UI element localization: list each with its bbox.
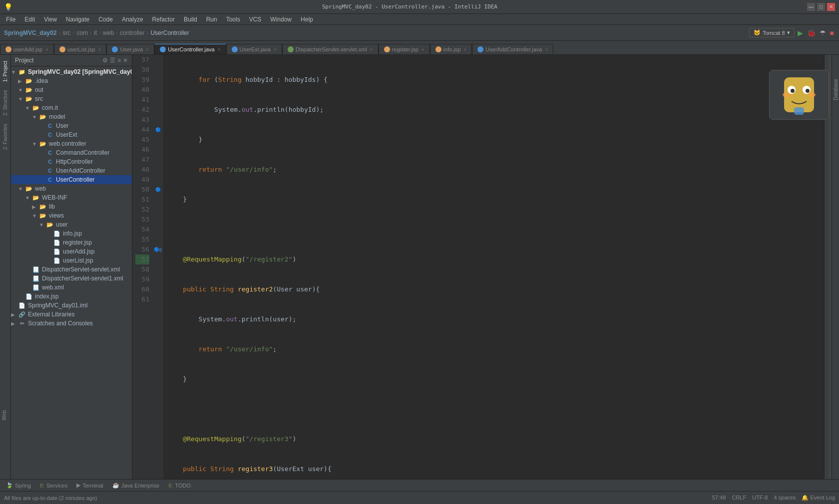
minimize-button[interactable]: — bbox=[807, 3, 815, 11]
menu-item-navigate[interactable]: Navigate bbox=[62, 15, 93, 24]
menu-item-analyze[interactable]: Analyze bbox=[118, 15, 147, 24]
side-tab-favorites[interactable]: 2: Favorites bbox=[1, 120, 9, 154]
tree-item-root[interactable]: ▼ 📁 SpringMVC_day02 [SpringMVC_day02] bbox=[11, 67, 132, 76]
tree-item-infojsp[interactable]: 📄 info.jsp bbox=[11, 229, 132, 238]
tree-item-webinf[interactable]: ▼ 📂 WEB-INF bbox=[11, 193, 132, 202]
tree-item-lib[interactable]: ▶ 📂 lib bbox=[11, 202, 132, 211]
tab-icon-jsp bbox=[5, 46, 11, 52]
tree-item-user[interactable]: C User bbox=[11, 121, 132, 130]
bottom-tab-spring[interactable]: 🍃 Spring bbox=[2, 481, 35, 490]
tree-item-idea[interactable]: ▶ 📂 .idea bbox=[11, 76, 132, 85]
bottom-tab-terminal[interactable]: ▶ Terminal bbox=[72, 481, 107, 490]
tree-item-user-folder[interactable]: ▼ 📂 user bbox=[11, 220, 132, 229]
tree-item-model[interactable]: ▼ 📂 model bbox=[11, 112, 132, 121]
editor-tab-register-jsp[interactable]: register.jsp× bbox=[379, 44, 430, 54]
tree-item-external[interactable]: ▶ 🔗 External Libraries bbox=[11, 310, 132, 319]
debug-button[interactable]: 🐞 bbox=[806, 28, 817, 38]
settings-icon[interactable]: ≡ bbox=[117, 57, 121, 64]
menu-item-tools[interactable]: Tools bbox=[222, 15, 244, 24]
indent[interactable]: 4 spaces bbox=[774, 495, 796, 501]
tree-item-userlistjsp[interactable]: 📄 userList.jsp bbox=[11, 256, 132, 265]
xml-icon: 📃 bbox=[32, 265, 40, 273]
tab-close-button[interactable]: × bbox=[45, 47, 48, 52]
menu-item-help[interactable]: Help bbox=[297, 15, 317, 24]
event-log[interactable]: 🔔 Event Log bbox=[802, 495, 835, 501]
menu-item-refactor[interactable]: Refactor bbox=[148, 15, 179, 24]
editor-tab-userAdd-jsp[interactable]: userAdd.jsp× bbox=[0, 44, 54, 54]
tree-item-web[interactable]: ▼ 📂 web bbox=[11, 184, 132, 193]
editor-tab-UserController-java[interactable]: UserController.java× bbox=[154, 44, 226, 54]
tree-item-out[interactable]: ▼ 📂 out bbox=[11, 85, 132, 94]
tree-item-registerjsp[interactable]: 📄 register.jsp bbox=[11, 238, 132, 247]
menu-item-code[interactable]: Code bbox=[94, 15, 117, 24]
tab-close-button[interactable]: × bbox=[274, 47, 277, 52]
tree-item-indexjsp[interactable]: 📄 index.jsp bbox=[11, 292, 132, 301]
bottom-tab-javaenterprise[interactable]: ☕ Java Enterprise bbox=[108, 481, 163, 490]
tree-item-commandcontroller[interactable]: C CommandController bbox=[11, 148, 132, 157]
tree-item-dispatcherxml[interactable]: 📃 DispatcherServlet-servlet.xml bbox=[11, 265, 132, 274]
maximize-button[interactable]: □ bbox=[817, 3, 825, 11]
tab-close-button[interactable]: × bbox=[545, 47, 548, 52]
tab-close-button[interactable]: × bbox=[146, 47, 149, 52]
close-button[interactable]: ✕ bbox=[827, 3, 835, 11]
menu-item-file[interactable]: File bbox=[2, 15, 19, 24]
tree-item-userext[interactable]: C UserExt bbox=[11, 130, 132, 139]
side-tab-web[interactable]: Web bbox=[0, 406, 8, 424]
tab-close-button[interactable]: × bbox=[464, 47, 467, 52]
tree-arrow: ▼ bbox=[11, 69, 18, 75]
tree-item-dispatcherxml1[interactable]: 📃 DispatcherServlet-servlet1.xml bbox=[11, 274, 132, 283]
editor-tab-info-jsp[interactable]: info.jsp× bbox=[430, 44, 472, 54]
tree-label: views bbox=[49, 212, 64, 219]
encoding[interactable]: UTF-8 bbox=[752, 495, 768, 501]
cursor-position[interactable]: 57:48 bbox=[712, 495, 726, 501]
tree-label: user bbox=[56, 221, 67, 228]
tab-close-button[interactable]: × bbox=[218, 47, 221, 52]
tab-close-button[interactable]: × bbox=[370, 47, 373, 52]
tree-item-views[interactable]: ▼ 📂 views bbox=[11, 211, 132, 220]
editor-tab-userList-jsp[interactable]: userList.jsp× bbox=[54, 44, 106, 54]
tree-arrow: ▼ bbox=[25, 195, 32, 201]
tree-item-webcontroller[interactable]: ▼ 📂 web.controller bbox=[11, 139, 132, 148]
editor-tab-User-java[interactable]: User.java× bbox=[106, 44, 154, 54]
tree-item-usercontroller[interactable]: C UserController bbox=[11, 175, 132, 184]
code-content[interactable]: for (String hobbyId : hobbyIds) { System… bbox=[163, 55, 824, 479]
tab-close-button[interactable]: × bbox=[421, 47, 424, 52]
tree-item-httpcontroller[interactable]: C HttpController bbox=[11, 157, 132, 166]
tab-close-button[interactable]: × bbox=[98, 47, 101, 52]
tree-item-useraddcontroller[interactable]: C UserAddController bbox=[11, 166, 132, 175]
layout-icon[interactable]: ☰ bbox=[110, 57, 115, 64]
menu-item-build[interactable]: Build bbox=[180, 15, 201, 24]
editor-tab-UserAddController-java[interactable]: UserAddController.java× bbox=[472, 44, 553, 54]
run-button[interactable]: ▶ bbox=[797, 28, 804, 38]
status-bar: All files are up-to-date (2 minutes ago)… bbox=[0, 492, 839, 504]
side-tab-structure[interactable]: 2: Structure bbox=[1, 86, 9, 120]
menu-item-view[interactable]: View bbox=[40, 15, 61, 24]
line-ending[interactable]: CRLF bbox=[732, 495, 746, 501]
tree-item-iml[interactable]: 📄 SpringMVC_day01.iml bbox=[11, 301, 132, 310]
tree-item-webxml[interactable]: 📃 web.xml bbox=[11, 283, 132, 292]
gear-icon[interactable]: ⚙ bbox=[102, 57, 108, 64]
breadcrumb-sep1: › bbox=[58, 29, 60, 36]
side-tab-project[interactable]: 1: Project bbox=[1, 57, 9, 86]
folder-icon: 📂 bbox=[25, 86, 33, 94]
tree-item-src[interactable]: ▼ 📂 src bbox=[11, 94, 132, 103]
coverage-button[interactable]: ☂ bbox=[819, 28, 827, 38]
bottom-tab-todo[interactable]: 6: TODO bbox=[164, 482, 195, 490]
tree-item-useraddjsp[interactable]: 📄 userAdd.jsp bbox=[11, 247, 132, 256]
editor-tab-DispatcherServlet-servlet-xml[interactable]: DispatcherServlet-servlet.xml× bbox=[282, 44, 379, 54]
java-icon: C bbox=[46, 149, 54, 157]
stop-button[interactable]: ■ bbox=[829, 28, 835, 38]
menu-item-vcs[interactable]: VCS bbox=[245, 15, 266, 24]
window-title: SpringMVC_day02 - UserController.java - … bbox=[12, 3, 807, 10]
bottom-tab-services[interactable]: 8: Services bbox=[36, 482, 71, 490]
editor-tab-UserExt-java[interactable]: UserExt.java× bbox=[226, 44, 282, 54]
menu-item-run[interactable]: Run bbox=[202, 15, 221, 24]
tree-item-comit[interactable]: ▼ 📂 com.it bbox=[11, 103, 132, 112]
code-area[interactable]: 37 38 39 40 41 42 43 44 45 46 47 48 49 5… bbox=[132, 55, 832, 479]
tree-item-scratches[interactable]: ▶ ✏ Scratches and Consoles bbox=[11, 319, 132, 328]
collapse-icon[interactable]: ✕ bbox=[123, 57, 128, 64]
data-tab[interactable]: Database bbox=[832, 75, 839, 104]
tomcat-run-config[interactable]: 🐱 Tomcat 8 ▾ bbox=[749, 28, 795, 37]
menu-item-edit[interactable]: Edit bbox=[20, 15, 39, 24]
menu-item-window[interactable]: Window bbox=[266, 15, 296, 24]
